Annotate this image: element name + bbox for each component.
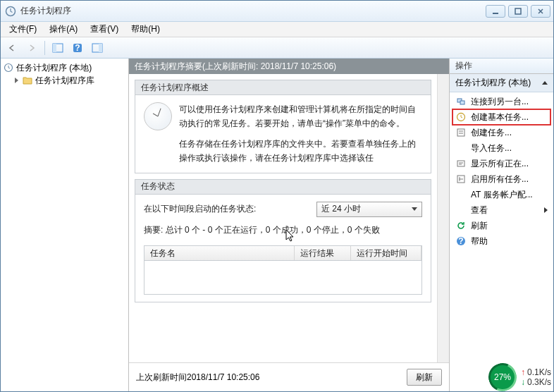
- svg-rect-2: [515, 8, 521, 14]
- expand-icon: [15, 78, 18, 83]
- help-button[interactable]: ?: [69, 39, 86, 56]
- vertical-scrollbar[interactable]: [437, 74, 449, 362]
- menu-file[interactable]: 文件(F): [4, 22, 42, 37]
- net-down: 0.3K/s: [527, 377, 551, 387]
- title-bar: 任务计划程序: [1, 1, 553, 22]
- action-task[interactable]: 创建任务...: [453, 125, 550, 140]
- action-label: 连接到另一台...: [471, 96, 548, 108]
- action-label: 启用所有任务...: [471, 173, 548, 185]
- action-label: AT 服务帐户配...: [471, 189, 548, 201]
- tree-root-label: 任务计划程序 (本地): [16, 62, 92, 74]
- overview-text-2: 任务存储在任务计划程序库的文件夹中。若要查看单独任务上的操作或执行该操作，请在任…: [179, 137, 422, 166]
- body: 任务计划程序 (本地) 任务计划程序库 任务计划程序摘要(上次刷新时间: 201…: [1, 59, 553, 391]
- close-button[interactable]: [531, 5, 550, 18]
- show-hide-tree-button[interactable]: [49, 39, 66, 56]
- summary-header: 任务计划程序摘要(上次刷新时间: 2018/11/7 10:25:06): [129, 59, 449, 74]
- minimize-button[interactable]: [486, 5, 505, 18]
- connect-icon: [455, 96, 467, 107]
- overview-text-1: 可以使用任务计划程序来创建和管理计算机将在所指定的时间自动执行的常见任务。若要开…: [179, 102, 422, 131]
- tree-library-label: 任务计划程序库: [35, 75, 94, 87]
- show-hide-action-button[interactable]: [89, 39, 106, 56]
- action-at-account[interactable]: AT 服务帐户配...: [453, 187, 550, 202]
- svg-rect-13: [457, 129, 464, 136]
- maximize-button[interactable]: [508, 5, 528, 18]
- action-help[interactable]: ?帮助: [453, 233, 550, 249]
- tree-root[interactable]: 任务计划程序 (本地): [2, 61, 127, 74]
- nav-back-button[interactable]: [4, 39, 20, 56]
- action-enable-history[interactable]: 启用所有任务...: [453, 171, 550, 187]
- import-icon: [455, 142, 467, 154]
- overview-body: 可以使用任务计划程序来创建和管理计算机将在所指定的时间自动执行的常见任务。若要开…: [135, 95, 431, 173]
- summary-footer: 上次刷新时间2018/11/7 10:25:06 刷新: [129, 362, 449, 391]
- app-window: 任务计划程序 文件(F) 操作(A) 查看(V) 帮助(H) ? 任务计划程序 …: [0, 0, 554, 392]
- svg-rect-4: [53, 44, 56, 52]
- at-account-icon: [455, 189, 467, 200]
- actions-group-title: 任务计划程序 (本地): [450, 74, 553, 92]
- actions-group-label: 任务计划程序 (本地): [455, 77, 531, 89]
- action-connect[interactable]: 连接到另一台...: [453, 94, 550, 109]
- folder-icon: [23, 75, 32, 85]
- task-table-body: [144, 261, 422, 295]
- window-controls: [486, 5, 550, 18]
- col-task-name[interactable]: 任务名: [144, 246, 295, 260]
- status-title: 任务状态: [135, 179, 431, 195]
- tree-pane: 任务计划程序 (本地) 任务计划程序库: [1, 59, 129, 391]
- svg-text:?: ?: [458, 236, 463, 246]
- action-show-running[interactable]: 显示所有正在...: [453, 156, 550, 171]
- actions-pane: 操作 任务计划程序 (本地) 连接到另一台...创建基本任务...创建任务...…: [449, 59, 553, 391]
- col-run-start[interactable]: 运行开始时间: [351, 246, 421, 260]
- status-summary: 摘要: 总计 0 个 - 0 个正在运行，0 个成功，0 个停止，0 个失败: [144, 223, 422, 237]
- action-label: 查看: [471, 204, 540, 216]
- menu-view[interactable]: 查看(V): [85, 22, 124, 37]
- svg-rect-8: [99, 44, 102, 52]
- svg-rect-14: [457, 161, 464, 166]
- combo-value: 近 24 小时: [321, 202, 361, 216]
- svg-rect-1: [493, 13, 498, 14]
- refresh-icon: [455, 220, 467, 231]
- window-title: 任务计划程序: [20, 5, 486, 17]
- collapse-icon[interactable]: [542, 81, 548, 85]
- action-refresh[interactable]: 刷新: [453, 218, 550, 233]
- menu-bar: 文件(F) 操作(A) 查看(V) 帮助(H): [1, 22, 553, 37]
- action-task-basic[interactable]: 创建基本任务...: [453, 109, 550, 125]
- toolbar: ?: [1, 37, 553, 59]
- chevron-down-icon: [412, 207, 417, 211]
- net-up: 0.1K/s: [527, 367, 551, 377]
- arrow-down-icon: ↓: [521, 377, 525, 387]
- action-label: 创建任务...: [471, 127, 548, 139]
- overview-title: 任务计划程序概述: [135, 80, 431, 95]
- svg-rect-11: [460, 101, 464, 104]
- last-refresh-label: 上次刷新时间2018/11/7 10:25:06: [136, 372, 259, 384]
- network-usage-circle[interactable]: 27%: [484, 359, 520, 392]
- enable-history-icon: [455, 173, 467, 185]
- tree-library[interactable]: 任务计划程序库: [2, 74, 127, 87]
- task-table-header: 任务名 运行结果 运行开始时间: [144, 245, 422, 261]
- summary-pane: 任务计划程序摘要(上次刷新时间: 2018/11/7 10:25:06) 任务计…: [129, 59, 449, 391]
- status-label: 在以下时间段启动的任务状态:: [144, 202, 256, 216]
- app-icon: [5, 6, 16, 17]
- submenu-arrow-icon: [544, 207, 548, 213]
- svg-text:?: ?: [75, 43, 80, 53]
- action-label: 刷新: [471, 220, 548, 232]
- clock-icon: [4, 63, 13, 73]
- action-label: 显示所有正在...: [471, 158, 548, 170]
- action-view[interactable]: 查看: [453, 202, 550, 218]
- refresh-button[interactable]: 刷新: [407, 369, 442, 386]
- toolbar-separator: [44, 41, 45, 55]
- status-group: 任务状态 在以下时间段启动的任务状态: 近 24 小时 摘要: 总计 0 个 -…: [135, 179, 431, 302]
- arrow-up-icon: ↑: [521, 367, 525, 377]
- menu-action[interactable]: 操作(A): [44, 22, 83, 37]
- action-import[interactable]: 导入任务...: [453, 140, 550, 156]
- nav-forward-button[interactable]: [23, 39, 40, 56]
- task-icon: [455, 127, 467, 138]
- actions-header: 操作: [450, 59, 553, 74]
- action-label: 导入任务...: [471, 142, 548, 154]
- menu-help[interactable]: 帮助(H): [125, 22, 166, 37]
- action-label: 帮助: [471, 235, 548, 247]
- col-run-result[interactable]: 运行结果: [295, 246, 351, 260]
- status-body: 在以下时间段启动的任务状态: 近 24 小时 摘要: 总计 0 个 - 0 个正…: [135, 195, 431, 302]
- overview-clock-icon: [144, 102, 172, 130]
- actions-list: 连接到另一台...创建基本任务...创建任务...导入任务...显示所有正在..…: [450, 92, 553, 250]
- time-range-combo[interactable]: 近 24 小时: [316, 202, 422, 217]
- summary-scroll: 任务计划程序概述 可以使用任务计划程序来创建和管理计算机将在所指定的时间自动执行…: [129, 74, 437, 362]
